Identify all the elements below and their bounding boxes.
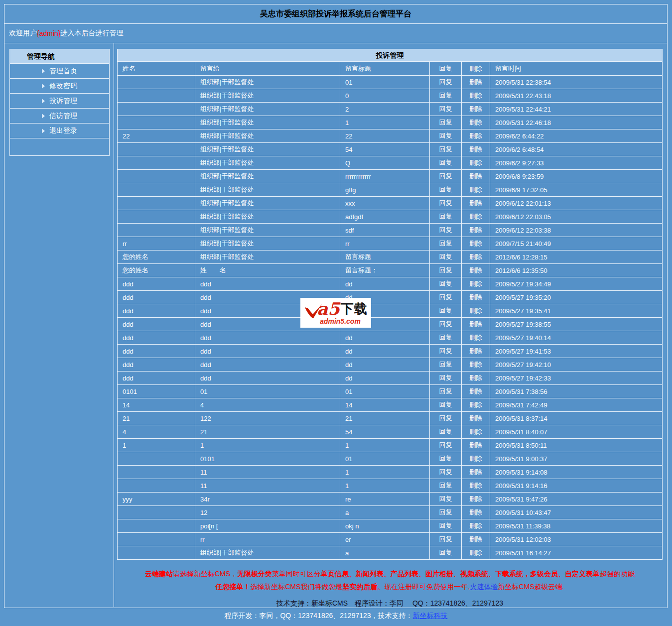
cell-message-to: poi[n [ (195, 519, 340, 533)
delete-link[interactable]: 删除 (469, 119, 482, 126)
reply-link[interactable]: 回复 (439, 199, 452, 207)
delete-link[interactable]: 删除 (469, 240, 482, 247)
reply-link[interactable]: 回复 (439, 293, 452, 301)
delete-link[interactable]: 删除 (469, 320, 482, 328)
reply-link[interactable]: 回复 (439, 78, 452, 86)
sidebar-item-管理首页[interactable]: 管理首页 (10, 63, 109, 78)
delete-link[interactable]: 删除 (469, 387, 482, 395)
reply-link[interactable]: 回复 (439, 441, 452, 449)
reply-link[interactable]: 回复 (439, 455, 452, 462)
delete-link[interactable]: 删除 (469, 428, 482, 435)
delete-link[interactable]: 删除 (469, 549, 482, 556)
sidebar-item-修改密码[interactable]: 修改密码 (10, 78, 109, 93)
cell-name: 14 (118, 398, 195, 412)
cell-message-title: rr (340, 237, 430, 250)
cell-message-title: 01 (340, 385, 430, 398)
tech-support-link[interactable]: 新坐标科技 (413, 612, 448, 620)
reply-link[interactable]: 回复 (439, 213, 452, 220)
main-panel: 投诉管理 姓名 留言给 留言标题 回复 删除 留言时间 (114, 43, 667, 607)
delete-link[interactable]: 删除 (469, 266, 482, 274)
delete-link[interactable]: 删除 (469, 253, 482, 260)
reply-link[interactable]: 回复 (439, 428, 452, 435)
promo-link[interactable]: 火速体验 (470, 583, 498, 591)
reply-link[interactable]: 回复 (439, 401, 452, 408)
reply-link[interactable]: 回复 (439, 92, 452, 99)
reply-link[interactable]: 回复 (439, 307, 452, 314)
delete-link[interactable]: 删除 (469, 105, 482, 113)
delete-link[interactable]: 删除 (469, 145, 482, 153)
delete-link[interactable]: 删除 (469, 347, 482, 355)
delete-link[interactable]: 删除 (469, 482, 482, 489)
delete-link[interactable]: 删除 (469, 226, 482, 234)
reply-link[interactable]: 回复 (439, 240, 452, 247)
cell-message-title: Q (340, 156, 430, 170)
delete-link[interactable]: 删除 (469, 307, 482, 314)
reply-link[interactable]: 回复 (439, 226, 452, 234)
delete-link[interactable]: 删除 (469, 132, 482, 139)
reply-link[interactable]: 回复 (439, 495, 452, 502)
delete-link[interactable]: 删除 (469, 374, 482, 381)
reply-link[interactable]: 回复 (439, 186, 452, 193)
delete-link[interactable]: 删除 (469, 293, 482, 301)
reply-link[interactable]: 回复 (439, 374, 452, 381)
reply-link[interactable]: 回复 (439, 522, 452, 529)
reply-link[interactable]: 回复 (439, 145, 452, 153)
reply-link[interactable]: 回复 (439, 387, 452, 395)
reply-link[interactable]: 回复 (439, 253, 452, 260)
delete-link[interactable]: 删除 (469, 495, 482, 502)
reply-link[interactable]: 回复 (439, 535, 452, 543)
reply-link[interactable]: 回复 (439, 334, 452, 341)
cell-name: ddd (118, 345, 195, 358)
delete-link[interactable]: 删除 (469, 455, 482, 462)
reply-link[interactable]: 回复 (439, 549, 452, 556)
cell-delete: 删除 (462, 398, 490, 412)
delete-link[interactable]: 删除 (469, 172, 482, 180)
table-row: 组织部|干部监督处 Q 回复 删除 2009/6/2 9:27:33 (118, 156, 663, 170)
sidebar-item-投诉管理[interactable]: 投诉管理 (10, 93, 109, 108)
reply-link[interactable]: 回复 (439, 266, 452, 274)
sidebar-item-退出登录[interactable]: 退出登录 (10, 123, 109, 138)
delete-link[interactable]: 删除 (469, 468, 482, 476)
delete-link[interactable]: 删除 (469, 334, 482, 341)
delete-link[interactable]: 删除 (469, 441, 482, 449)
delete-link[interactable]: 删除 (469, 213, 482, 220)
reply-link[interactable]: 回复 (439, 414, 452, 422)
cell-message-time: 2009/5/31 8:37:14 (490, 412, 663, 425)
reply-link[interactable]: 回复 (439, 132, 452, 139)
reply-link[interactable]: 回复 (439, 468, 452, 476)
sidebar-item-信访管理[interactable]: 信访管理 (10, 108, 109, 123)
cell-delete: 删除 (462, 103, 490, 116)
cell-message-to: 34r (195, 493, 340, 506)
delete-link[interactable]: 删除 (469, 92, 482, 99)
reply-link[interactable]: 回复 (439, 119, 452, 126)
reply-link[interactable]: 回复 (439, 172, 452, 180)
delete-link[interactable]: 删除 (469, 522, 482, 529)
delete-link[interactable]: 删除 (469, 361, 482, 368)
cell-message-time: 2009/7/15 21:40:49 (490, 237, 663, 250)
delete-link[interactable]: 删除 (469, 535, 482, 543)
delete-link[interactable]: 删除 (469, 280, 482, 287)
delete-link[interactable]: 删除 (469, 78, 482, 86)
delete-link[interactable]: 删除 (469, 159, 482, 166)
cell-reply: 回复 (430, 264, 462, 277)
delete-link[interactable]: 删除 (469, 508, 482, 516)
reply-link[interactable]: 回复 (439, 347, 452, 355)
delete-link[interactable]: 删除 (469, 199, 482, 207)
reply-link[interactable]: 回复 (439, 159, 452, 166)
table-row: 0101 01 回复 删除 2009/5/31 9:00:37 (118, 452, 663, 466)
delete-link[interactable]: 删除 (469, 186, 482, 193)
delete-link[interactable]: 删除 (469, 414, 482, 422)
reply-link[interactable]: 回复 (439, 508, 452, 516)
cell-message-title: 01 (340, 452, 430, 466)
reply-link[interactable]: 回复 (439, 482, 452, 489)
cell-message-title: dd (340, 358, 430, 372)
sidebar-item-label: 退出登录 (49, 126, 77, 135)
cell-message-title: 1 (340, 116, 430, 129)
delete-link[interactable]: 删除 (469, 401, 482, 408)
cell-message-to: ddd (195, 372, 340, 385)
reply-link[interactable]: 回复 (439, 105, 452, 113)
reply-link[interactable]: 回复 (439, 280, 452, 287)
reply-link[interactable]: 回复 (439, 320, 452, 328)
cell-message-time: 2012/6/6 12:35:50 (490, 264, 663, 277)
reply-link[interactable]: 回复 (439, 361, 452, 368)
